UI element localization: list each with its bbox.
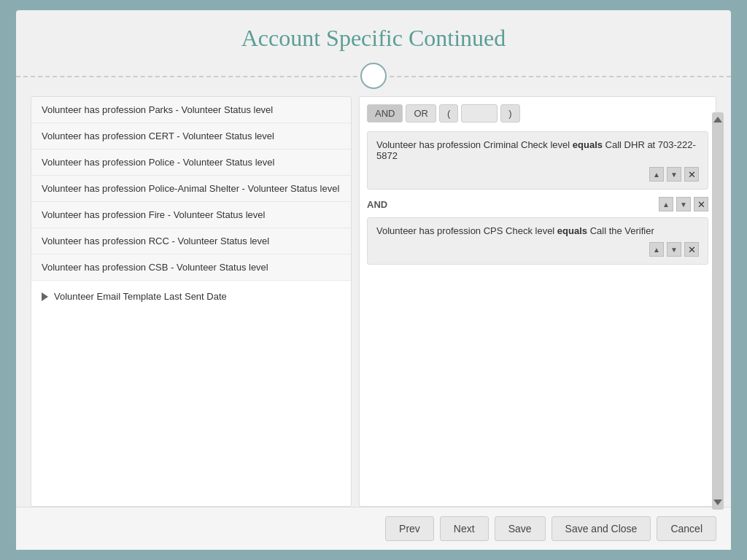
move-up-button-2[interactable]: ▲ <box>649 242 664 257</box>
condition-text-before-2: Volunteer has profession CPS Check level <box>376 225 557 236</box>
filter-toolbar: AND OR ( ) <box>367 104 708 122</box>
list-item[interactable]: Volunteer has profession Police - Volunt… <box>31 149 351 176</box>
email-template-section[interactable]: Volunteer Email Template Last Sent Date <box>31 281 351 312</box>
save-button[interactable]: Save <box>495 516 546 541</box>
left-panel: Volunteer has profession Parks - Volunte… <box>31 96 352 507</box>
main-container: Account Specific Continued Volunteer has… <box>16 10 731 550</box>
and-button[interactable]: AND <box>367 104 403 122</box>
content-area: Volunteer has profession Parks - Volunte… <box>16 96 731 507</box>
delete-button-1[interactable]: ✕ <box>684 167 699 182</box>
condition-keyword-2: equals <box>557 225 587 236</box>
paren-open-button[interactable]: ( <box>439 104 458 122</box>
cancel-button[interactable]: Cancel <box>657 516 716 541</box>
delete-button-2[interactable]: ✕ <box>684 242 699 257</box>
list-item[interactable]: Volunteer has profession RCC - Volunteer… <box>31 228 351 254</box>
condition-text-1: Volunteer has profession Criminal Check … <box>376 139 699 161</box>
divider-row <box>16 63 731 89</box>
footer-bar: Prev Next Save Save and Close Cancel <box>16 507 731 550</box>
list-item[interactable]: Volunteer has profession CERT - Voluntee… <box>31 123 351 149</box>
and-connector-row: AND ▲ ▼ ✕ <box>367 197 708 211</box>
email-template-label: Volunteer Email Template Last Sent Date <box>54 291 227 302</box>
move-down-button-2[interactable]: ▼ <box>667 242 681 257</box>
condition-controls-2: ▲ ▼ ✕ <box>376 242 699 257</box>
divider-circle <box>360 63 387 89</box>
condition-block-1: Volunteer has profession Criminal Check … <box>367 131 708 190</box>
paren-close-button[interactable]: ) <box>500 104 519 122</box>
page-title: Account Specific Continued <box>16 10 731 63</box>
move-up-button-1[interactable]: ▲ <box>649 167 664 182</box>
and-label: AND <box>367 199 387 210</box>
and-controls: ▲ ▼ ✕ <box>659 197 708 211</box>
save-close-button[interactable]: Save and Close <box>551 516 651 541</box>
move-down-button-1[interactable]: ▼ <box>667 167 681 182</box>
condition-block-2: Volunteer has profession CPS Check level… <box>367 217 708 265</box>
scroll-up-arrow[interactable] <box>713 117 722 122</box>
list-item[interactable]: Volunteer has profession Police-Animal S… <box>31 176 351 202</box>
prev-button[interactable]: Prev <box>385 516 434 541</box>
condition-text-2: Volunteer has profession CPS Check level… <box>376 225 699 236</box>
or-button[interactable]: OR <box>406 104 436 122</box>
condition-text-before-1: Volunteer has profession Criminal Check … <box>376 139 573 150</box>
and-move-up-button[interactable]: ▲ <box>659 197 673 211</box>
outer-scrollbar[interactable] <box>712 112 724 507</box>
paren-input[interactable] <box>461 104 498 122</box>
expand-icon <box>42 292 48 301</box>
and-delete-button[interactable]: ✕ <box>694 197 708 211</box>
and-move-down-button[interactable]: ▼ <box>676 197 691 211</box>
list-item[interactable]: Volunteer has profession CSB - Volunteer… <box>31 254 351 281</box>
list-item[interactable]: Volunteer has profession Fire - Voluntee… <box>31 202 351 228</box>
scroll-down-arrow[interactable] <box>713 499 722 505</box>
list-item[interactable]: Volunteer has profession Parks - Volunte… <box>31 97 351 123</box>
condition-keyword-1: equals <box>573 139 603 150</box>
next-button[interactable]: Next <box>440 516 489 541</box>
condition-controls-1: ▲ ▼ ✕ <box>376 167 699 182</box>
right-panel: AND OR ( ) Volunteer has profession Crim… <box>359 96 716 507</box>
condition-text-after-2: Call the Verifier <box>587 225 654 236</box>
